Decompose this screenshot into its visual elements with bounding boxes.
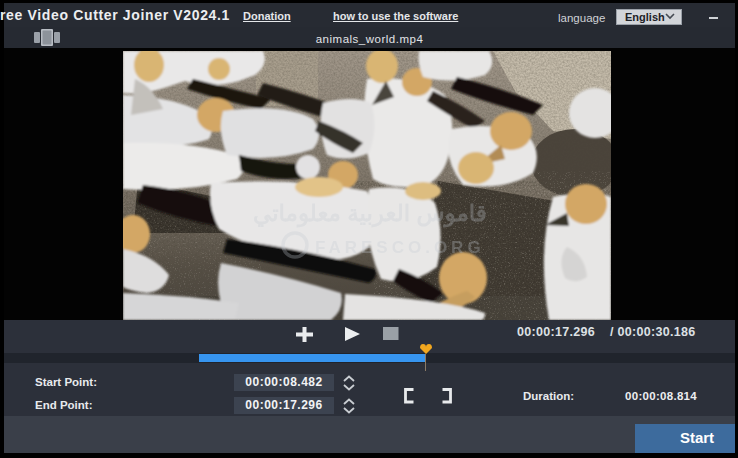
svg-text:FARESCO.ORG: FARESCO.ORG (315, 238, 485, 257)
svg-text:قاموس العربية معلوماتي: قاموس العربية معلوماتي (253, 200, 487, 228)
